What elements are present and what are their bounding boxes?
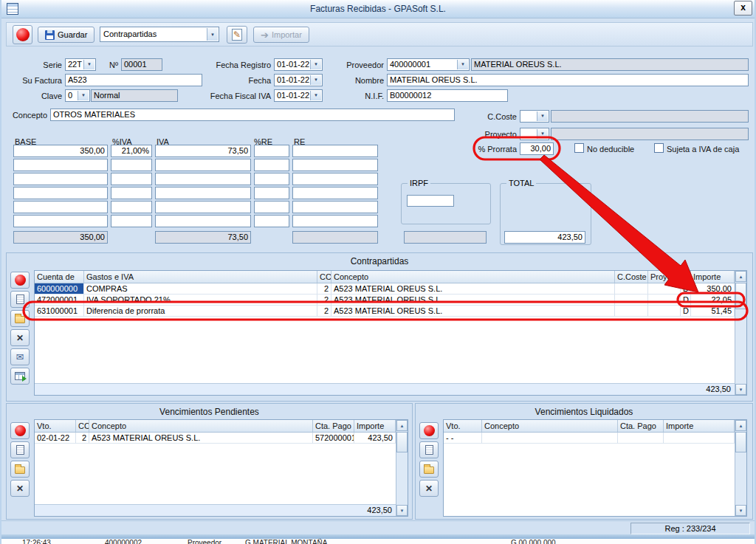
cell-proyecto[interactable] [648, 295, 681, 306]
cell-c-coste[interactable] [615, 306, 648, 317]
scroll-down-icon[interactable]: ▼ [396, 505, 408, 516]
contrapartidas-exit-button[interactable] [10, 272, 30, 289]
col-cc[interactable]: CC [76, 420, 89, 432]
exit-button[interactable] [13, 25, 32, 44]
cell-proyecto[interactable] [648, 283, 681, 295]
chevron-down-icon[interactable]: ▼ [78, 91, 89, 100]
cell-s[interactable]: D [681, 295, 691, 306]
cell-cc[interactable]: 2 [76, 433, 89, 444]
scrollbar-thumb[interactable] [735, 432, 746, 452]
serie-select[interactable]: 22T ▼ [65, 58, 96, 71]
concepto-field[interactable]: OTROS MATERIALES [50, 109, 455, 121]
iva-cell[interactable]: 73,50 [155, 145, 251, 157]
cell-vto[interactable]: 02-01-22 [35, 433, 76, 444]
venc-liq-exit-button[interactable] [419, 422, 439, 439]
base-cell[interactable] [13, 173, 108, 185]
re-cell[interactable] [292, 145, 378, 157]
proveedor-code-field[interactable]: 400000001 ▼ [387, 58, 470, 71]
chevron-down-icon[interactable]: ▼ [537, 111, 548, 121]
chevron-down-icon[interactable]: ▼ [537, 129, 548, 139]
base-cell[interactable] [13, 159, 108, 171]
cell-gastos[interactable]: Diferencia de prorrata [84, 306, 317, 317]
cell-importe[interactable]: 423,50 [354, 433, 396, 444]
venc-liq-new-button[interactable] [419, 441, 439, 458]
scroll-down-icon[interactable]: ▼ [735, 384, 746, 395]
col-concepto[interactable]: Concepto [331, 271, 615, 283]
base-cell[interactable] [13, 201, 108, 213]
cell-importe[interactable]: 350,00 [691, 283, 735, 295]
contrapartidas-export-button[interactable] [10, 368, 30, 385]
pct-re-cell[interactable] [254, 173, 289, 185]
scrollbar-thumb[interactable] [735, 283, 746, 309]
table-row[interactable]: 600000000 COMPRAS 2 A523 MATERIAL OREUS … [35, 283, 735, 295]
pct-iva-cell[interactable] [111, 187, 152, 199]
cell-importe[interactable]: 51,45 [691, 306, 735, 317]
chevron-down-icon[interactable]: ▼ [207, 28, 218, 41]
iva-cell[interactable] [155, 215, 251, 227]
nombre-field[interactable]: MATERIAL OREUS S.L. [387, 74, 749, 86]
su-factura-field[interactable]: A523 [65, 74, 202, 86]
base-cell[interactable] [13, 215, 108, 227]
pct-re-cell[interactable] [254, 187, 289, 199]
fecha-registro-field[interactable]: 01-01-22 ▼ [274, 58, 323, 71]
col-cta-pago[interactable]: Cta. Pago [313, 420, 354, 432]
view-select[interactable]: Contrapartidas ▼ [100, 27, 219, 42]
cell-cc[interactable]: 2 [317, 295, 331, 306]
re-cell[interactable] [292, 201, 378, 213]
scrollbar-thumb[interactable] [396, 432, 408, 452]
cell-cta-pago[interactable] [618, 433, 664, 444]
col-vto[interactable]: Vto. [35, 420, 76, 432]
cell-cta-pago[interactable]: 572000001 [313, 433, 354, 444]
col-gastos[interactable]: Gastos e IVA [84, 271, 317, 283]
chevron-down-icon[interactable]: ▼ [457, 60, 468, 69]
col-cc[interactable]: CC [317, 271, 331, 283]
cell-cuenta[interactable]: 631000001 [35, 306, 84, 317]
re-cell[interactable] [292, 187, 378, 199]
col-cta-pago[interactable]: Cta. Pago [618, 420, 664, 432]
chevron-down-icon[interactable]: ▼ [83, 60, 94, 69]
iva-cell[interactable] [155, 187, 251, 199]
c-coste-select[interactable]: ▼ [520, 110, 549, 123]
venc-liq-delete-button[interactable]: ✕ [419, 480, 439, 497]
numero-field[interactable]: 00001 [121, 58, 162, 71]
cell-s[interactable]: D [681, 306, 691, 317]
col-concepto[interactable]: Concepto [89, 420, 313, 432]
cell-importe[interactable] [664, 433, 735, 444]
cell-concepto[interactable]: A523 MATERIAL OREUS S.L. [331, 283, 615, 295]
pct-iva-cell[interactable]: 21,00% [111, 145, 152, 157]
pct-iva-cell[interactable] [111, 215, 152, 227]
chevron-down-icon[interactable]: ▼ [310, 75, 321, 85]
cell-vto[interactable]: - - [444, 433, 482, 444]
venc-pend-open-button[interactable] [10, 461, 30, 478]
col-s[interactable]: S [681, 271, 691, 283]
venc-pend-scrollbar[interactable]: ▲ ▼ [396, 420, 408, 516]
table-row[interactable]: 631000001 Diferencia de prorrata 2 A523 … [35, 306, 735, 317]
iva-cell[interactable] [155, 201, 251, 213]
contrapartidas-delete-button[interactable]: ✕ [10, 329, 30, 346]
cell-cc[interactable]: 2 [317, 306, 331, 317]
close-button[interactable]: x [734, 1, 752, 16]
cell-concepto[interactable]: A523 MATERIAL OREUS S.L. [89, 433, 313, 444]
cell-cuenta[interactable]: 472000001 [35, 295, 84, 306]
scroll-up-icon[interactable]: ▲ [735, 271, 746, 282]
pct-re-cell[interactable] [254, 145, 289, 157]
irpf-field[interactable] [407, 195, 454, 207]
cell-s[interactable]: D [681, 283, 691, 295]
nif-field[interactable]: B00000012 [387, 89, 508, 102]
contrapartidas-new-button[interactable] [10, 291, 30, 308]
venc-pend-exit-button[interactable] [10, 422, 30, 439]
scroll-up-icon[interactable]: ▲ [396, 420, 408, 431]
chevron-down-icon[interactable]: ▼ [310, 60, 321, 69]
cell-cuenta[interactable]: 600000000 [35, 283, 84, 295]
pct-re-cell[interactable] [254, 215, 289, 227]
contrapartidas-mail-button[interactable]: ✉ [10, 348, 30, 365]
pct-re-cell[interactable] [254, 201, 289, 213]
cell-proyecto[interactable] [648, 306, 681, 317]
clave-select[interactable]: 0 ▼ [65, 89, 90, 102]
venc-liq-open-button[interactable] [419, 461, 439, 478]
pct-iva-cell[interactable] [111, 173, 152, 185]
col-cuenta[interactable]: Cuenta de [35, 271, 84, 283]
venc-pend-delete-button[interactable]: ✕ [10, 480, 30, 497]
re-cell[interactable] [292, 215, 378, 227]
col-importe[interactable]: Importe [691, 271, 735, 283]
